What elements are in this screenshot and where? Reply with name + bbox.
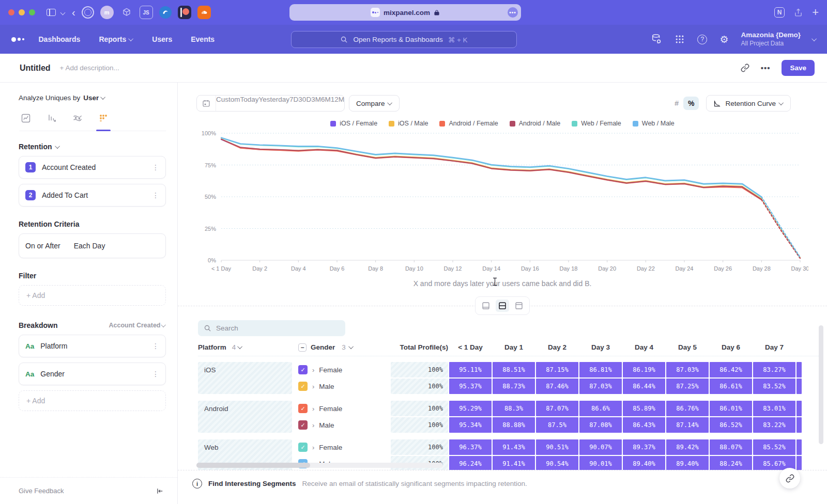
retention-value-cell[interactable]: 87.07% [536,401,578,416]
scrollbar-thumb[interactable] [196,463,310,468]
retention-value-cell[interactable]: 86.44% [623,379,665,394]
legend-item[interactable]: Android / Male [510,120,561,127]
retention-value-cell[interactable]: 88.88% [493,417,535,433]
retention-value-cell[interactable]: 87.03% [579,379,622,394]
onepassword-icon[interactable] [82,6,94,19]
criteria-on-or-after[interactable]: On or After [25,242,60,250]
expand-chevron-icon[interactable]: › [312,421,314,429]
retention-value-cell[interactable]: 87.14% [666,417,709,433]
day-column-header[interactable]: Day 1 [493,343,535,351]
js-icon[interactable]: JS [140,6,153,19]
retention-value-cell[interactable]: 86.42% [710,362,752,377]
range-30d[interactable]: 30D [298,96,311,111]
range-3m[interactable]: 3M [311,96,321,111]
tab-retention[interactable] [97,112,110,124]
window-zoom-button[interactable] [29,9,35,15]
retention-value-cell[interactable]: 86.43% [623,417,665,433]
retention-value-cell[interactable]: 88.07% [710,439,752,455]
criteria-each-day[interactable]: Each Day [74,242,105,250]
retention-value-cell[interactable]: 85.89% [623,401,665,416]
wave-icon[interactable] [159,6,172,19]
retention-value-cell[interactable]: 90.07% [579,439,622,455]
retention-value-cell[interactable]: 86.76% [666,401,709,416]
retention-value-cell[interactable]: 88.3% [493,401,535,416]
retention-value-cell[interactable]: 83.27% [753,362,795,377]
retention-value-cell[interactable]: 89.40% [623,456,665,470]
range-custom[interactable]: Custom [216,96,240,111]
retention-value-cell[interactable]: 95.37% [449,379,492,394]
expand-chevron-icon[interactable]: › [312,405,314,413]
settings-gear-icon[interactable]: ⚙ [719,34,728,45]
nav-users[interactable]: Users [152,35,172,43]
url-more-icon[interactable]: ••• [508,7,518,18]
retention-value-cell[interactable]: 88.73% [493,379,535,394]
platform-column-header[interactable]: Platform4 [198,343,292,351]
patreon-icon[interactable] [178,6,191,19]
expand-chevron-icon[interactable]: › [312,366,314,374]
chart-type-dropdown[interactable]: Retention Curve [706,95,791,112]
cube-icon[interactable] [120,6,133,19]
retention-value-cell[interactable]: 87.08% [579,417,622,433]
kebab-menu-icon[interactable]: ⋮ [152,163,159,171]
range-7d[interactable]: 7D [289,96,298,111]
retention-value-cell[interactable]: 89.40% [666,456,709,470]
more-options-icon[interactable]: ••• [761,64,771,72]
breakdown-add-button[interactable]: + Add [19,390,166,411]
breakdown-applies-to-dropdown[interactable]: Account Created [109,322,166,329]
soundcloud-icon[interactable] [197,6,211,19]
retention-value-cell[interactable]: 96.24% [449,456,492,470]
retention-value-cell[interactable]: 90.01% [579,456,622,470]
series-checkbox[interactable]: ✓ [298,404,308,413]
chevron-down-icon[interactable] [61,11,65,14]
retention-value-cell[interactable]: 91.43% [493,439,535,455]
vertical-scrollbar[interactable] [819,325,823,444]
day-column-header[interactable]: Day 7 [753,343,795,351]
unit-percent-toggle[interactable]: % [683,97,699,110]
table-search-input[interactable]: Search [198,320,345,336]
notion-extension-icon[interactable]: N [774,7,785,18]
project-switcher[interactable]: Amazonia {Demo} All Project Data [741,31,801,48]
calendar-icon[interactable] [197,96,216,111]
retention-value-cell[interactable]: 88.51% [493,362,535,377]
kebab-menu-icon[interactable]: ⋮ [152,370,159,378]
expand-chevron-icon[interactable]: › [312,383,314,390]
retention-value-cell[interactable]: 87.03% [666,362,709,377]
horizontal-scrollbar[interactable] [196,463,443,468]
compare-button[interactable]: Compare [349,95,400,112]
retention-value-cell[interactable]: 91.41% [493,456,535,470]
nav-dashboards[interactable]: Dashboards [39,35,81,43]
data-management-icon[interactable] [651,34,662,45]
retention-value-cell[interactable]: 88.24% [710,456,752,470]
retention-value-cell[interactable]: 90.54% [536,456,578,470]
sidebar-toggle-icon[interactable] [47,9,56,16]
day-column-header[interactable]: Day 3 [579,343,622,351]
breakdown-card-gender[interactable]: Aa Gender ⋮ [19,363,166,385]
share-icon[interactable] [794,8,803,17]
chart-only-view-icon[interactable] [479,300,493,312]
retention-value-cell[interactable]: 89.42% [666,439,709,455]
window-close-button[interactable] [8,9,14,15]
collapse-sidebar-icon[interactable] [156,487,164,495]
retention-value-cell[interactable]: 87.5% [536,417,578,433]
global-search-input[interactable]: Open Reports & Dashboards ⌘ + K [291,31,517,48]
range-12m[interactable]: 12M [331,96,344,111]
retention-value-cell[interactable]: 83.22% [753,417,795,433]
retention-value-cell[interactable]: 86.81% [579,362,622,377]
retention-criteria-card[interactable]: On or After Each Day [19,233,166,258]
range-6m[interactable]: 6M [321,96,331,111]
day-column-header[interactable]: Day 4 [623,343,665,351]
give-feedback-link[interactable]: Give Feedback [19,487,64,495]
tab-insights[interactable] [20,112,32,124]
total-profiles-column-header[interactable]: Total Profile(s) [391,343,448,351]
retention-value-cell[interactable]: 95.29% [449,401,492,416]
retention-value-cell[interactable]: 86.61% [710,379,752,394]
retention-value-cell[interactable]: 89.37% [623,439,665,455]
range-today[interactable]: Today [240,96,259,111]
day-column-header[interactable]: Day 2 [536,343,578,351]
window-minimize-button[interactable] [19,9,25,15]
step-card-account-created[interactable]: 1 Account Created ⋮ [19,156,166,179]
new-tab-icon[interactable]: + [812,6,819,19]
retention-value-cell[interactable]: 95.11% [449,362,492,377]
step-card-added-to-cart[interactable]: 2 Added To Cart ⋮ [19,184,166,207]
retention-value-cell[interactable]: 95.34% [449,417,492,433]
